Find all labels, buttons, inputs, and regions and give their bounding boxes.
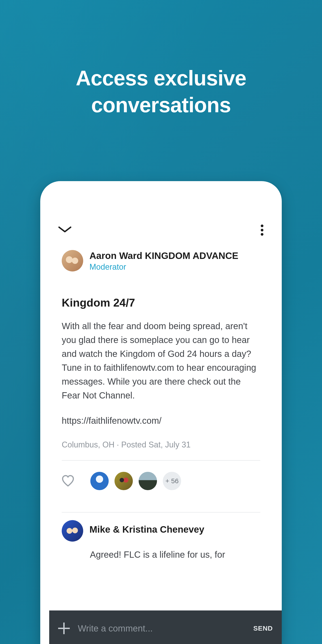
- post-body: With all the fear and doom being spread,…: [62, 319, 260, 402]
- reaction-avatar[interactable]: [90, 472, 109, 490]
- post-link[interactable]: https://faithlifenowtv.com/: [62, 416, 260, 426]
- reaction-avatar[interactable]: [114, 472, 133, 490]
- comment-body: Agreed! FLC is a lifeline for us, for: [49, 542, 273, 561]
- more-options-icon[interactable]: [261, 223, 264, 237]
- phone-frame: 12:00 Aaron Ward KINGDOM ADVANCE Moderat…: [40, 181, 282, 644]
- post-author[interactable]: Aaron Ward KINGDOM ADVANCE Moderator: [49, 239, 273, 272]
- post-meta: Columbus, OH · Posted Sat, July 31: [62, 440, 260, 450]
- commenter-avatar: [62, 520, 83, 542]
- reactions-more-count[interactable]: + 56: [163, 472, 181, 490]
- send-button[interactable]: SEND: [253, 624, 273, 632]
- author-avatar: [62, 250, 83, 272]
- reactions-row: + 56: [49, 461, 273, 501]
- collapse-chevron-icon[interactable]: [58, 226, 72, 234]
- author-name: Aaron Ward KINGDOM ADVANCE: [90, 250, 238, 262]
- comment-input[interactable]: Write a comment...: [78, 624, 245, 634]
- comment-composer: Write a comment... SEND: [49, 610, 282, 644]
- commenter-name: Mike & Kristina Chenevey: [90, 520, 204, 535]
- like-heart-icon[interactable]: [62, 475, 74, 487]
- post-title: Kingdom 24/7: [62, 296, 260, 309]
- author-role: Moderator: [90, 262, 238, 272]
- add-attachment-icon[interactable]: [58, 622, 70, 634]
- app-screen: Aaron Ward KINGDOM ADVANCE Moderator Kin…: [49, 216, 273, 626]
- marketing-headline: Access exclusive conversations: [0, 65, 322, 119]
- comment-item[interactable]: Mike & Kristina Chenevey: [49, 512, 273, 542]
- headline-line2: conversations: [91, 93, 231, 117]
- reaction-avatar[interactable]: [139, 472, 157, 490]
- headline-line1: Access exclusive: [76, 66, 246, 90]
